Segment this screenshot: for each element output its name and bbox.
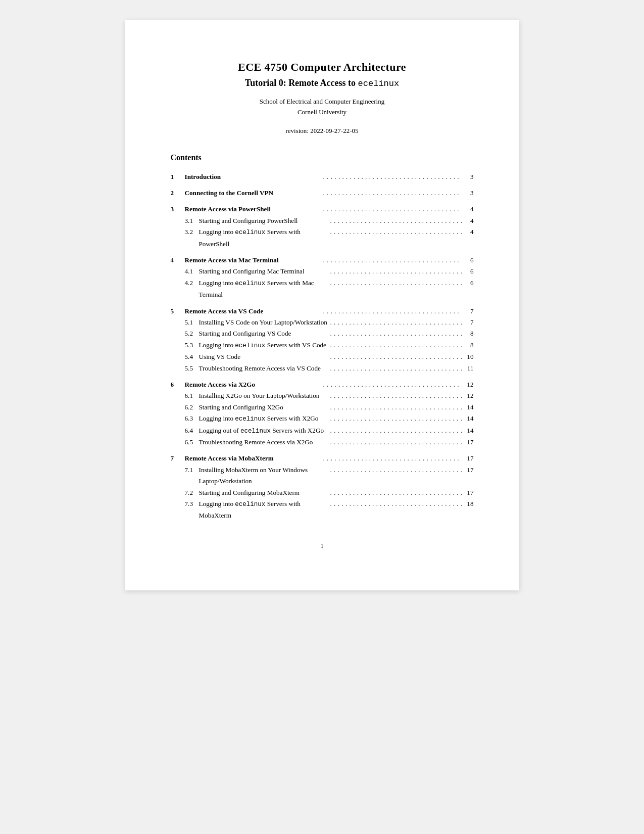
toc-label-1: Introduction — [185, 171, 323, 182]
toc-num-3-2: 3.2 — [185, 226, 199, 238]
toc-section-4: 4 Remote Access via Mac Terminal 6 4.1 S… — [171, 255, 474, 301]
toc-page-5-3: 8 — [462, 340, 474, 351]
toc-label-5-3: Logging into ecelinux Servers with VS Co… — [199, 340, 330, 351]
toc-row-4-2: 4.2 Logging into ecelinux Servers with M… — [171, 277, 474, 301]
toc-dots-2 — [323, 188, 462, 199]
toc-row-6: 6 Remote Access via X2Go 12 — [171, 379, 474, 390]
toc-num-6-2: 6.2 — [185, 402, 199, 413]
toc-dots-3-1 — [330, 215, 462, 226]
toc-row-7-3: 7.3 Logging into ecelinux Servers with M… — [171, 498, 474, 522]
toc-page-5-1: 7 — [462, 317, 474, 328]
toc-label-4-1: Starting and Configuring Mac Terminal — [199, 266, 330, 277]
toc-row-3-2: 3.2 Logging into ecelinux Servers with P… — [171, 226, 474, 250]
toc-section-1: 1 Introduction 3 — [171, 171, 474, 182]
toc-num-3: 3 — [171, 204, 185, 215]
toc-page-7-3: 18 — [462, 498, 474, 509]
toc-dots-1 — [323, 171, 462, 182]
toc-page-7: 17 — [462, 453, 474, 464]
toc-row-7-2: 7.2 Starting and Configuring MobaXterm 1… — [171, 487, 474, 498]
toc-row-3: 3 Remote Access via PowerShell 4 — [171, 204, 474, 215]
toc-dots-4 — [323, 255, 462, 266]
document-page: ECE 4750 Computer Architecture Tutorial … — [125, 20, 519, 590]
toc-num-3-1: 3.1 — [185, 215, 199, 226]
toc-page-5: 7 — [462, 306, 474, 317]
toc-section-6: 6 Remote Access via X2Go 12 6.1 Installi… — [171, 379, 474, 448]
toc-num-4-1: 4.1 — [185, 266, 199, 277]
toc-page-4-1: 6 — [462, 266, 474, 277]
toc-dots-7-2 — [330, 487, 462, 498]
toc-page-5-2: 8 — [462, 328, 474, 339]
toc-row-2: 2 Connecting to the Cornell VPN 3 — [171, 188, 474, 199]
toc-label-5-1: Installing VS Code on Your Laptop/Workst… — [199, 317, 330, 328]
sub-title-code: ecelinux — [358, 79, 400, 88]
toc-label-5-4: Using VS Code — [199, 351, 330, 362]
toc-label-6-2: Starting and Configuring X2Go — [199, 402, 330, 413]
toc-num-5-4: 5.4 — [185, 351, 199, 362]
toc-page-6-5: 17 — [462, 437, 474, 448]
toc-dots-3 — [323, 204, 462, 215]
toc-section-3: 3 Remote Access via PowerShell 4 3.1 Sta… — [171, 204, 474, 250]
toc-row-6-1: 6.1 Installing X2Go on Your Laptop/Works… — [171, 390, 474, 401]
toc-section-7: 7 Remote Access via MobaXterm 17 7.1 Ins… — [171, 453, 474, 521]
toc-dots-5-5 — [330, 363, 462, 374]
toc-row-1: 1 Introduction 3 — [171, 171, 474, 182]
toc-page-3: 4 — [462, 204, 474, 215]
toc-dots-5-2 — [330, 328, 462, 339]
toc-page-4-2: 6 — [462, 277, 474, 289]
toc-page-1: 3 — [462, 171, 474, 182]
toc-num-2: 2 — [171, 188, 185, 199]
toc-label-6-5: Troubleshooting Remote Access via X2Go — [199, 437, 330, 448]
toc-num-5-1: 5.1 — [185, 317, 199, 328]
toc-label-4: Remote Access via Mac Terminal — [185, 255, 323, 266]
toc-num-5-5: 5.5 — [185, 363, 199, 374]
main-title: ECE 4750 Computer Architecture — [171, 61, 474, 74]
toc-label-6: Remote Access via X2Go — [185, 379, 323, 390]
toc-row-6-2: 6.2 Starting and Configuring X2Go 14 — [171, 402, 474, 413]
toc-section-5: 5 Remote Access via VS Code 7 5.1 Instal… — [171, 306, 474, 374]
toc-num-6-1: 6.1 — [185, 390, 199, 401]
toc-label-6-4: Logging out of ecelinux Servers with X2G… — [199, 425, 330, 437]
toc-row-4: 4 Remote Access via Mac Terminal 6 — [171, 255, 474, 266]
toc-dots-6-2 — [330, 402, 462, 413]
toc-label-5-5: Troubleshooting Remote Access via VS Cod… — [199, 363, 330, 374]
sub-title: Tutorial 0: Remote Access to ecelinux — [171, 78, 474, 88]
toc-page-6-2: 14 — [462, 402, 474, 413]
toc-dots-4-1 — [330, 266, 462, 277]
toc-label-4-2: Logging into ecelinux Servers with Mac T… — [199, 277, 330, 301]
toc-dots-6-3 — [330, 413, 462, 424]
toc-page-6-4: 14 — [462, 425, 474, 436]
toc-label-5-2: Starting and Configuring VS Code — [199, 328, 330, 339]
toc-label-7-3: Logging into ecelinux Servers with MobaX… — [199, 498, 330, 522]
toc-dots-5-1 — [330, 317, 462, 328]
toc-page-3-2: 4 — [462, 226, 474, 238]
toc-row-3-1: 3.1 Starting and Configuring PowerShell … — [171, 215, 474, 226]
toc-row-5-4: 5.4 Using VS Code 10 — [171, 351, 474, 362]
toc-page-6-3: 14 — [462, 413, 474, 424]
contents-heading: Contents — [171, 153, 474, 162]
toc-label-6-1: Installing X2Go on Your Laptop/Workstati… — [199, 390, 330, 401]
toc-label-7: Remote Access via MobaXterm — [185, 453, 323, 464]
toc-row-5: 5 Remote Access via VS Code 7 — [171, 306, 474, 317]
toc-dots-5-4 — [330, 351, 462, 362]
toc-label-7-2: Starting and Configuring MobaXterm — [199, 487, 330, 498]
toc-page-7-1: 17 — [462, 465, 474, 476]
table-of-contents: 1 Introduction 3 2 Connecting to the Cor… — [171, 171, 474, 522]
institution-line2: Cornell University — [298, 108, 346, 116]
title-block: ECE 4750 Computer Architecture Tutorial … — [171, 61, 474, 135]
toc-page-7-2: 17 — [462, 487, 474, 498]
toc-dots-6 — [323, 379, 462, 390]
toc-label-3: Remote Access via PowerShell — [185, 204, 323, 215]
toc-dots-5 — [323, 306, 462, 317]
toc-num-5-2: 5.2 — [185, 328, 199, 339]
toc-row-4-1: 4.1 Starting and Configuring Mac Termina… — [171, 266, 474, 277]
toc-num-1: 1 — [171, 171, 185, 182]
sub-title-prefix: Tutorial 0: Remote Access to — [245, 78, 358, 88]
toc-dots-7-3 — [330, 498, 462, 509]
toc-num-7-3: 7.3 — [185, 498, 199, 509]
toc-row-6-5: 6.5 Troubleshooting Remote Access via X2… — [171, 437, 474, 448]
toc-row-5-3: 5.3 Logging into ecelinux Servers with V… — [171, 340, 474, 351]
toc-page-5-4: 10 — [462, 351, 474, 362]
toc-dots-6-4 — [330, 425, 462, 436]
toc-num-6-5: 6.5 — [185, 437, 199, 448]
toc-page-3-1: 4 — [462, 215, 474, 226]
